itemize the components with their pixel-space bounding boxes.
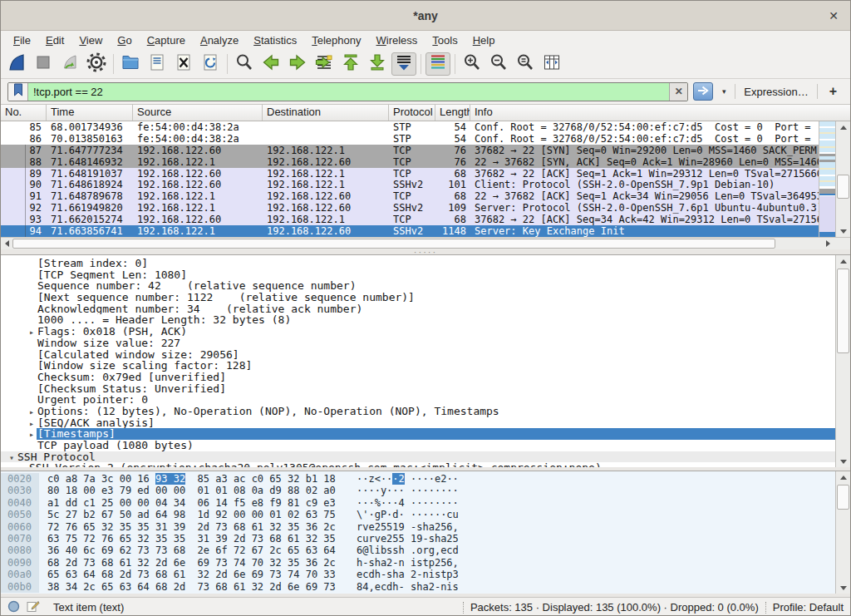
status-profile[interactable]: Profile: Default [773,601,844,614]
hex-row[interactable]: 009068 2d 73 68 61 32 2d 6e 69 73 74 70 … [1,557,835,569]
detail-line[interactable]: ▸Options: (12 bytes), No-Operation (NOP)… [1,406,835,417]
find-packet-button[interactable] [232,52,257,76]
hex-row[interactable]: 0020c0 a8 7a 3c 00 16 93 32 85 a3 ac c0 … [1,473,835,485]
menu-item[interactable]: Capture [140,32,193,48]
colorize-toggle-button[interactable] [426,52,450,76]
expander-icon[interactable]: ▸ [26,418,37,429]
packet-row[interactable]: 89 71.648191037 192.168.122.60 192.168.1… [1,168,819,180]
detail-line[interactable]: Window size value: 227 [1,338,835,349]
expression-button[interactable]: Expression… [740,86,811,98]
save-file-button[interactable] [145,52,170,76]
menu-item[interactable]: Wireless [369,32,426,48]
menu-item[interactable]: Analyze [193,32,246,48]
hscrollbar-thumb[interactable] [12,239,775,249]
menu-item[interactable]: Edit [38,32,71,48]
scrollbar-thumb[interactable] [837,485,849,510]
menu-item[interactable]: Go [110,32,139,48]
detail-line[interactable]: 1000 .... = Header Length: 32 bytes (8) [1,314,835,326]
menu-item[interactable]: File [6,32,38,48]
detail-line[interactable]: ▸Flags: 0x018 (PSH, ACK) [1,326,835,338]
hex-row[interactable]: 00b038 34 2c 65 63 64 68 2d 73 68 61 32 … [1,581,835,593]
capture-stop-button[interactable] [31,52,56,76]
packet-row[interactable]: 94 71.663856741 192.168.122.1 192.168.12… [1,225,819,237]
last-packet-button[interactable] [365,52,390,76]
capture-start-button[interactable] [4,52,29,76]
detail-line[interactable]: [TCP Segment Len: 1080] [1,269,835,281]
filter-add-button[interactable]: + [823,84,844,99]
scrollbar-thumb[interactable] [837,269,849,353]
scrollbar-thumb[interactable] [837,175,849,199]
resize-columns-button[interactable] [539,52,564,76]
scroll-up-arrow-icon[interactable] [836,121,850,133]
packet-row[interactable]: 88 71.648146932 192.168.122.1 192.168.12… [1,156,819,168]
hex-dump[interactable]: 0020c0 a8 7a 3c 00 16 93 32 85 a3 ac c0 … [1,471,835,594]
close-file-button[interactable] [171,52,196,76]
scroll-down-arrow-icon[interactable] [836,582,850,594]
scroll-down-arrow-icon[interactable] [836,225,850,237]
details-vscrollbar[interactable] [835,255,850,467]
detail-line[interactable]: Checksum: 0x79ed [unverified] [1,372,835,383]
menu-item[interactable]: Help [465,32,503,48]
packet-row[interactable]: 86 70.013850163 fe:54:00:d4:38:2a STP 54… [1,133,819,145]
scroll-up-arrow-icon[interactable] [836,255,850,267]
hex-row[interactable]: 008036 40 6c 69 62 73 73 68 2e 6f 72 67 … [1,545,835,556]
autoscroll-toggle-button[interactable] [391,52,416,76]
packet-row[interactable]: 90 71.648618924 192.168.122.60 192.168.1… [1,179,819,190]
zoom-reset-button[interactable] [513,52,538,76]
previous-packet-button[interactable] [258,52,283,76]
expert-info-icon[interactable] [7,600,20,615]
first-packet-button[interactable] [338,52,363,76]
menu-item[interactable]: Statistics [246,32,304,48]
hex-row[interactable]: 006072 76 65 32 35 35 31 39 2d 73 68 61 … [1,521,835,533]
detail-line[interactable]: [Checksum Status: Unverified] [1,383,835,395]
hex-row[interactable]: 00a065 63 64 68 2d 73 68 61 32 2d 6e 69 … [1,569,835,580]
menu-item[interactable]: View [71,32,110,48]
detail-line[interactable]: TCP payload (1080 bytes) [1,440,835,451]
detail-line[interactable]: ▸[Timestamps] [1,428,835,440]
display-filter-input[interactable] [28,83,669,101]
column-header[interactable]: No. [1,105,47,121]
hex-row[interactable]: 007063 75 72 76 65 32 35 35 31 39 2d 73 … [1,533,835,545]
packet-list-vscrollbar[interactable] [835,121,850,237]
expander-icon[interactable]: ▸ [26,429,37,440]
packet-row[interactable]: 85 68.001734936 fe:54:00:d4:38:2a STP 54… [1,121,819,133]
menu-item[interactable]: Telephony [304,32,368,48]
detail-line[interactable]: [Calculated window size: 29056] [1,349,835,361]
detail-line[interactable]: [Window size scaling factor: 128] [1,360,835,372]
expander-icon[interactable]: ▸ [26,327,37,338]
filter-bookmark-button[interactable] [8,83,28,101]
packet-row[interactable]: 93 71.662015274 192.168.122.60 192.168.1… [1,214,819,225]
scroll-right-arrow-icon[interactable] [822,238,834,249]
detail-line[interactable]: Sequence number: 42 (relative sequence n… [1,280,835,292]
hex-row[interactable]: 0040a1 dd c1 25 00 00 04 34 06 14 f5 e8 … [1,497,835,509]
detail-line[interactable]: [Next sequence number: 1122 (relative se… [1,292,835,303]
hex-row[interactable]: 00505c 27 b2 67 50 ad 64 98 1d 92 00 00 … [1,509,835,520]
column-header[interactable]: Protocol [389,105,435,121]
goto-packet-button[interactable] [312,52,337,76]
scroll-left-arrow-icon[interactable] [1,238,12,249]
expander-icon[interactable]: ▸ [26,407,37,417]
reload-file-button[interactable] [198,52,223,76]
open-file-button[interactable] [118,52,143,76]
packet-row[interactable]: 87 71.647777234 192.168.122.60 192.168.1… [1,145,819,156]
scroll-up-arrow-icon[interactable] [836,471,850,483]
capture-options-button[interactable] [84,52,109,76]
detail-line[interactable]: ▾SSH Protocol [1,451,835,463]
column-header[interactable]: Destination [263,105,389,121]
column-header[interactable]: Info [470,105,835,121]
capture-comment-icon[interactable] [27,600,40,615]
expander-icon[interactable]: ▾ [6,452,17,463]
detail-line[interactable]: [Stream index: 0] [1,258,835,269]
close-window-button[interactable]: ✕ [825,7,842,24]
hex-vscrollbar[interactable] [835,471,850,594]
column-header[interactable]: Time [47,105,133,121]
next-packet-button[interactable] [285,52,310,76]
detail-line[interactable]: ▸[SEQ/ACK analysis] [1,417,835,429]
filter-apply-button[interactable] [693,82,713,101]
menu-item[interactable]: Tools [425,32,465,48]
filter-clear-button[interactable]: ✕ [669,83,687,101]
packet-row[interactable]: 91 71.648789678 192.168.122.1 192.168.12… [1,190,819,202]
filter-dropdown-button[interactable]: ▾ [718,87,730,96]
zoom-out-button[interactable] [486,52,511,76]
column-header[interactable]: Source [133,105,263,121]
